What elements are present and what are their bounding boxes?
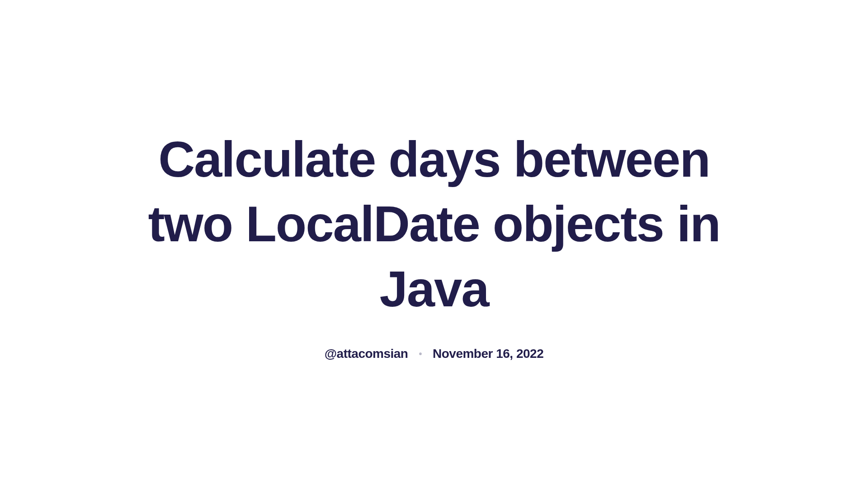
author-handle[interactable]: @attacomsian (325, 347, 408, 361)
publish-date: November 16, 2022 (433, 347, 543, 361)
article-title: Calculate days between two LocalDate obj… (140, 127, 728, 321)
meta-separator: • (419, 349, 422, 359)
article-header: Calculate days between two LocalDate obj… (140, 127, 728, 361)
article-meta: @attacomsian • November 16, 2022 (140, 347, 728, 361)
